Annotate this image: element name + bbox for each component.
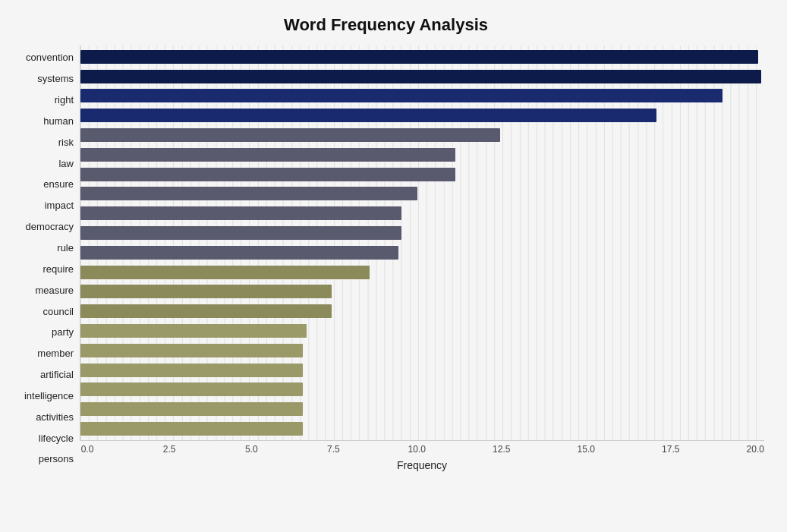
bar-require [80, 246, 398, 260]
bar-persons [80, 422, 303, 436]
bar-row [80, 107, 764, 124]
x-tick: 17.5 [662, 444, 679, 455]
bar-row [80, 323, 764, 339]
x-tick: 20.0 [747, 444, 764, 455]
y-label-party: party [52, 327, 74, 337]
bar-row [80, 49, 764, 65]
y-label-democracy: democracy [25, 222, 74, 231]
bar-row [80, 362, 764, 379]
y-labels: conventionsystemsrighthumanrisklawensure… [8, 46, 80, 471]
bar-impact [80, 187, 417, 200]
bar-risk [80, 128, 500, 142]
y-label-impact: impact [45, 200, 74, 210]
bar-council [80, 285, 332, 298]
y-label-right: right [55, 95, 74, 105]
y-label-risk: risk [58, 137, 74, 147]
bar-law [80, 148, 455, 162]
y-label-member: member [37, 348, 74, 358]
y-label-lifecycle: lifecycle [39, 433, 74, 443]
bar-row [80, 146, 764, 163]
bar-democracy [80, 206, 401, 220]
bar-measure [80, 266, 370, 279]
bar-systems [80, 70, 761, 83]
bar-member [80, 324, 307, 338]
bar-row [80, 127, 764, 143]
x-tick: 0.0 [80, 444, 95, 455]
y-label-rule: rule [57, 243, 74, 253]
bar-row [80, 244, 764, 261]
y-label-measure: measure [35, 285, 74, 295]
bars-area [80, 46, 764, 441]
x-tick: 15.0 [578, 444, 595, 455]
y-label-systems: systems [37, 74, 74, 83]
chart-title: Word Frequency Analysis [8, 15, 764, 35]
y-label-artificial: artificial [40, 370, 74, 379]
y-label-law: law [58, 159, 74, 168]
bar-row [80, 166, 764, 183]
bar-row [80, 264, 764, 281]
bar-activities [80, 382, 303, 396]
x-tick: 12.5 [493, 444, 510, 455]
bar-row [80, 225, 764, 241]
bar-row [80, 185, 764, 202]
y-label-ensure: ensure [43, 179, 74, 189]
bar-row [80, 342, 764, 359]
x-tick: 5.0 [244, 444, 259, 455]
chart-container: Word Frequency Analysis conventionsystem… [0, 0, 787, 532]
bar-row [80, 420, 764, 437]
y-label-convention: convention [26, 52, 74, 62]
bar-row [80, 303, 764, 320]
bar-row [80, 87, 764, 104]
x-tick: 2.5 [162, 444, 177, 455]
bar-row [80, 205, 764, 222]
x-axis-label: Frequency [80, 459, 764, 471]
bar-row [80, 283, 764, 300]
x-axis: 0.02.55.07.510.012.515.017.520.0 Frequen… [80, 444, 764, 471]
bar-intelligence [80, 364, 303, 377]
y-label-require: require [43, 264, 74, 274]
bar-lifecycle [80, 402, 303, 416]
bar-ensure [80, 168, 455, 181]
bar-artificial [80, 344, 303, 357]
bar-row [80, 68, 764, 85]
x-ticks: 0.02.55.07.510.012.515.017.520.0 [80, 444, 764, 455]
bars-and-x: 0.02.55.07.510.012.515.017.520.0 Frequen… [80, 46, 764, 471]
bar-party [80, 304, 332, 318]
x-tick: 10.0 [408, 444, 426, 455]
y-label-human: human [43, 116, 74, 126]
bar-row [80, 381, 764, 398]
bar-row [80, 401, 764, 417]
bar-right [80, 89, 722, 102]
y-label-activities: activities [36, 412, 74, 422]
x-tick: 7.5 [326, 444, 341, 455]
y-label-council: council [43, 307, 74, 316]
bar-rule [80, 226, 401, 240]
chart-area: conventionsystemsrighthumanrisklawensure… [8, 46, 764, 471]
bar-convention [80, 50, 758, 64]
bar-human [80, 109, 656, 122]
y-label-persons: persons [39, 454, 74, 464]
y-label-intelligence: intelligence [24, 391, 74, 401]
